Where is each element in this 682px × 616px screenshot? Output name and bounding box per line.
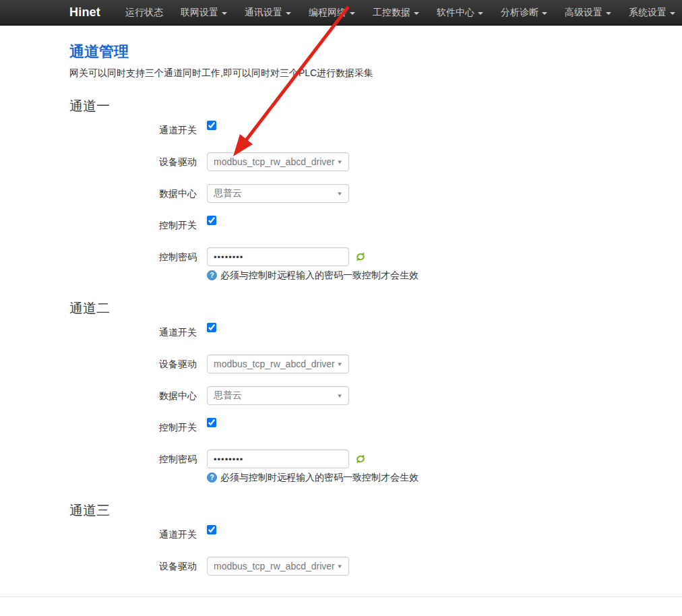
nav-item-label: 软件中心 [437, 7, 474, 19]
caret-down-icon [542, 12, 547, 15]
device-driver-select[interactable]: modbus_tcp_rw_abcd_driver ▼ [207, 557, 349, 576]
refresh-password-button[interactable] [354, 453, 367, 465]
device-driver-label: 设备驱动 [69, 152, 197, 171]
refresh-icon [355, 251, 366, 262]
password-help-text: 必须与控制时远程输入的密码一致控制才会生效 [220, 269, 418, 282]
nav-item-label: 工控数据 [373, 7, 410, 19]
channel-title: 通道二 [69, 301, 655, 315]
top-navbar: Hinet 运行状态联网设置通讯设置编程网络工控数据软件中心分析诊断高级设置系统… [0, 0, 682, 26]
nav-item-analysis-diagnosis[interactable]: 分析诊断 [492, 0, 556, 25]
channel-switch-label: 通道开关 [69, 121, 197, 140]
control-password-row: 控制密码 ? 必须与控制时远程输入的密码一致控制才会生 [69, 450, 655, 484]
control-switch-checkbox[interactable] [207, 216, 216, 225]
data-center-value: 思普云 [214, 187, 242, 199]
refresh-icon [355, 454, 366, 464]
channel-switch-label: 通道开关 [69, 525, 197, 544]
password-help: ? 必须与控制时远程输入的密码一致控制才会生效 [207, 471, 418, 484]
device-driver-row: 设备驱动 modbus_tcp_rw_abcd_driver ▼ [69, 557, 655, 576]
channel-switch-label: 通道开关 [69, 323, 197, 342]
data-center-select[interactable]: 思普云 ▼ [207, 386, 349, 405]
viewport-bottom-edge [0, 596, 682, 616]
main-content: 通道管理 网关可以同时支持三个通道同时工作,即可以同时对三个PLC进行数据采集 … [69, 42, 682, 576]
page-title: 通道管理 [69, 42, 655, 62]
brand-logo[interactable]: Hinet [69, 5, 100, 20]
caret-down-icon [414, 12, 419, 15]
chevron-down-icon: ▼ [336, 159, 343, 165]
chevron-down-icon: ▼ [336, 393, 343, 399]
channel-switch-row: 通道开关 [69, 323, 655, 342]
data-center-row: 数据中心 思普云 ▼ [69, 386, 655, 405]
channel-switch-checkbox[interactable] [207, 525, 216, 534]
channel-switch-row: 通道开关 [69, 525, 655, 544]
data-center-label: 数据中心 [69, 386, 197, 405]
channel-switch-checkbox[interactable] [207, 323, 216, 332]
chevron-down-icon: ▼ [336, 361, 343, 367]
data-center-label: 数据中心 [69, 184, 197, 203]
data-center-row: 数据中心 思普云 ▼ [69, 184, 655, 203]
caret-down-icon [350, 12, 355, 15]
help-question-icon: ? [207, 472, 217, 483]
control-password-input[interactable] [207, 247, 349, 266]
nav-item-label: 编程网络 [309, 7, 346, 19]
nav-item-label: 通讯设置 [245, 7, 282, 19]
control-password-input[interactable] [207, 450, 349, 468]
device-driver-row: 设备驱动 modbus_tcp_rw_abcd_driver ▼ [69, 355, 655, 373]
password-help-text: 必须与控制时远程输入的密码一致控制才会生效 [220, 471, 418, 484]
nav-item-industrial-data[interactable]: 工控数据 [364, 0, 428, 25]
data-center-value: 思普云 [214, 390, 242, 402]
nav-item-software-center[interactable]: 软件中心 [428, 0, 492, 25]
device-driver-select[interactable]: modbus_tcp_rw_abcd_driver ▼ [207, 152, 349, 171]
control-switch-row: 控制开关 [69, 216, 655, 235]
control-password-row: 控制密码 ? 必须与控制时远程输入的密码一致控制才会生 [69, 247, 655, 282]
control-switch-checkbox[interactable] [207, 418, 216, 427]
caret-down-icon [478, 12, 483, 15]
control-switch-label: 控制开关 [69, 216, 197, 235]
navbar-menu: 运行状态联网设置通讯设置编程网络工控数据软件中心分析诊断高级设置系统设置退出 [117, 0, 682, 25]
nav-item-network-settings[interactable]: 联网设置 [172, 0, 236, 25]
nav-item-label: 高级设置 [565, 7, 602, 19]
help-question-icon: ? [207, 270, 217, 280]
nav-item-label: 联网设置 [181, 7, 218, 19]
control-password-label: 控制密码 [69, 247, 197, 266]
device-driver-label: 设备驱动 [69, 355, 197, 373]
control-switch-row: 控制开关 [69, 418, 655, 437]
chevron-down-icon: ▼ [336, 563, 343, 569]
channel-section: 通道三 通道开关 设备驱动 modbus_tcp_rw_abcd_driver … [69, 503, 655, 576]
nav-item-comm-settings[interactable]: 通讯设置 [236, 0, 300, 25]
chevron-down-icon: ▼ [336, 191, 343, 197]
nav-item-advanced-settings[interactable]: 高级设置 [556, 0, 620, 25]
channel-title: 通道三 [69, 503, 655, 518]
data-center-select[interactable]: 思普云 ▼ [207, 184, 349, 203]
channel-title: 通道一 [69, 98, 655, 113]
channels: 通道一 通道开关 设备驱动 modbus_tcp_rw_abcd_driver … [69, 98, 655, 576]
channel-section: 通道一 通道开关 设备驱动 modbus_tcp_rw_abcd_driver … [69, 98, 655, 282]
refresh-password-button[interactable] [354, 251, 367, 263]
caret-down-icon [606, 12, 611, 15]
nav-item-label: 分析诊断 [501, 7, 538, 19]
nav-item-programming-network[interactable]: 编程网络 [300, 0, 364, 25]
password-help: ? 必须与控制时远程输入的密码一致控制才会生效 [207, 269, 418, 282]
caret-down-icon [286, 12, 291, 15]
device-driver-value: modbus_tcp_rw_abcd_driver [214, 359, 335, 369]
caret-down-icon [670, 12, 675, 15]
nav-item-system-settings[interactable]: 系统设置 [620, 0, 682, 25]
device-driver-label: 设备驱动 [69, 557, 197, 576]
device-driver-select[interactable]: modbus_tcp_rw_abcd_driver ▼ [207, 355, 349, 373]
caret-down-icon [222, 12, 227, 15]
device-driver-value: modbus_tcp_rw_abcd_driver [214, 156, 335, 167]
page-subtitle: 网关可以同时支持三个通道同时工作,即可以同时对三个PLC进行数据采集 [69, 66, 655, 80]
channel-section: 通道二 通道开关 设备驱动 modbus_tcp_rw_abcd_driver … [69, 301, 655, 484]
nav-item-label: 运行状态 [125, 7, 163, 19]
nav-item-label: 系统设置 [629, 7, 666, 19]
channel-switch-checkbox[interactable] [207, 121, 216, 130]
channel-switch-row: 通道开关 [69, 121, 655, 140]
device-driver-row: 设备驱动 modbus_tcp_rw_abcd_driver ▼ [69, 152, 655, 171]
control-password-label: 控制密码 [69, 450, 197, 468]
nav-item-run-status[interactable]: 运行状态 [117, 0, 172, 25]
device-driver-value: modbus_tcp_rw_abcd_driver [214, 561, 335, 572]
control-switch-label: 控制开关 [69, 418, 197, 437]
